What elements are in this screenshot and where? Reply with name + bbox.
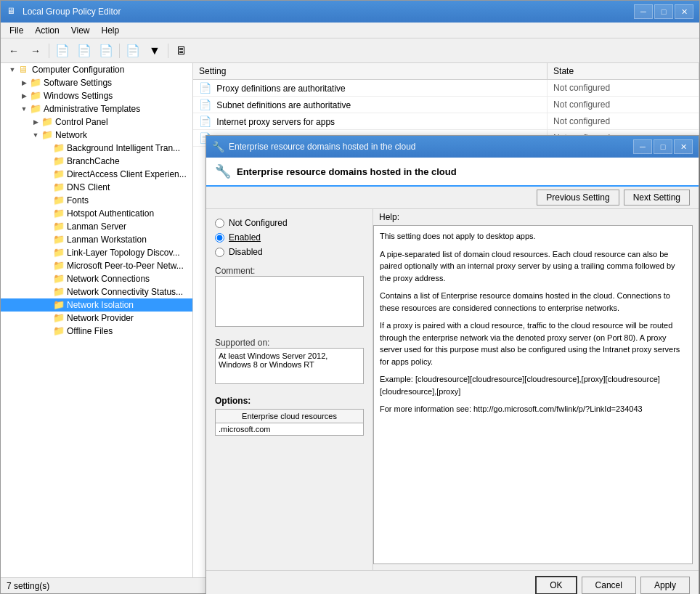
modal-title-text: Enterprise resource domains hosted in th… [229,142,633,152]
setting-label-0: Proxy definitions are authoritative [216,84,345,94]
comment-section: Comment: [215,263,364,329]
table-cell-setting-0: 📄 Proxy definitions are authoritative [193,80,548,97]
radio-disabled-input[interactable] [215,248,224,257]
window-title: Local Group Policy Editor [23,7,634,17]
comment-textarea[interactable] [215,276,364,327]
enterprise-value-cell[interactable] [216,423,364,436]
modal-close-button[interactable]: ✕ [674,139,693,154]
toolbar-btn-5[interactable]: 📄 [96,41,116,60]
table-cell-state-2: Not configured [548,113,699,130]
menu-file[interactable]: File [4,24,29,37]
back-button[interactable]: ← [4,41,24,60]
tree-label-fonts: Fonts [67,195,89,206]
folder-icon-network-conn-status: 📁 [53,286,65,298]
folder-icon-link-layer: 📁 [53,247,65,259]
options-section: Options: Enterprise cloud resources [215,390,364,436]
toolbar-separator-1 [49,44,49,58]
close-button[interactable]: ✕ [675,4,693,19]
help-para-4: Example: [cloudresource][cloudresource][… [380,373,686,397]
col-header-setting: Setting [193,63,548,80]
tree-node-network-provider[interactable]: 📁 Network Provider [1,312,192,325]
menu-help[interactable]: Help [96,24,126,37]
expand-icon-network-provider [41,312,53,324]
setting-icon-2: 📄 [199,115,211,127]
tree-label-network-conn-status: Network Connectivity Status... [67,287,183,297]
table-row[interactable]: 📄 Proxy definitions are authoritative No… [193,80,699,97]
tree-node-network-connections[interactable]: 📁 Network Connections [1,272,192,285]
setting-label-2: Internet proxy servers for apps [216,117,335,127]
forward-button[interactable]: → [25,41,46,60]
folder-icon-control-panel: 📁 [41,116,53,128]
tree-node-lanman-server[interactable]: 📁 Lanman Server [1,220,192,233]
modal-maximize-button[interactable]: □ [654,139,672,154]
tree-node-offline-files[interactable]: 📁 Offline Files [1,325,192,338]
table-row[interactable]: 📄 Subnet definitions are authoritative N… [193,97,699,113]
folder-icon-network-isolation: 📁 [53,299,65,311]
expand-icon-offline-files [41,325,53,337]
tree-node-background-intelligent[interactable]: 📁 Background Intelligent Tran... [1,142,192,155]
toolbar-btn-3[interactable]: 📄 [52,41,73,60]
radio-not-configured-input[interactable] [215,219,224,228]
modal-minimize-button[interactable]: ─ [633,139,652,154]
table-cell-setting-2: 📄 Internet proxy servers for apps [193,113,548,130]
folder-icon-fonts: 📁 [53,195,65,206]
help-panel: Help: This setting does not apply to des… [373,209,699,570]
folder-icon-admin-templates: 📁 [30,103,41,115]
table-row[interactable]: 📄 Internet proxy servers for apps Not co… [193,113,699,130]
expand-icon-branchcache [41,155,53,167]
expand-icon-admin-templates: ▼ [18,103,30,115]
tree-node-admin-templates[interactable]: ▼ 📁 Administrative Templates [1,102,192,115]
radio-not-configured[interactable]: Not Configured [215,218,364,228]
radio-disabled[interactable]: Disabled [215,247,364,257]
tree-node-directaccess[interactable]: 📁 DirectAccess Client Experien... [1,168,192,181]
expand-icon-bg [41,142,53,154]
tree-node-software-settings[interactable]: ▶ 📁 Software Settings [1,76,192,89]
modal-header-icon: 🔧 [215,163,231,179]
ok-button[interactable]: OK [535,576,577,595]
toolbar: ← → 📄 📄 📄 📄 ▼ 🗏 [1,38,699,63]
menu-bar: File Action View Help [1,23,699,38]
cancel-button[interactable]: Cancel [582,577,636,594]
radio-enabled[interactable]: Enabled [215,232,364,243]
settings-table: Setting State 📄 Proxy definitions are au… [193,63,699,147]
expand-icon-fonts [41,195,53,206]
tree-node-link-layer[interactable]: 📁 Link-Layer Topology Discov... [1,246,192,259]
tree-node-network-isolation[interactable]: 📁 Network Isolation [1,298,192,312]
setting-icon-1: 📄 [199,99,211,110]
tree-node-microsoft-peer[interactable]: 📁 Microsoft Peer-to-Peer Netw... [1,259,192,272]
title-bar: 🖥 Local Group Policy Editor ─ □ ✕ [1,1,699,23]
toolbar-btn-6[interactable]: 📄 [123,41,143,60]
help-para-2: Contains a list of Enterprise resource d… [380,290,686,314]
tree-label-dns: DNS Client [67,182,110,192]
toolbar-btn-4[interactable]: 📄 [74,41,94,60]
tree-node-lanman-workstation[interactable]: 📁 Lanman Workstation [1,233,192,246]
menu-action[interactable]: Action [29,24,65,37]
expand-icon-lanman-server [41,221,53,232]
modal-nav: Previous Setting Next Setting [206,187,699,209]
tree-node-control-panel[interactable]: ▶ 📁 Control Panel [1,115,192,129]
toolbar-btn-7[interactable]: ▼ [145,41,165,60]
radio-enabled-input[interactable] [215,233,224,243]
status-text: 7 setting(s) [7,581,49,591]
apply-button[interactable]: Apply [640,577,690,594]
expand-icon-windows-settings: ▶ [18,90,30,102]
tree-node-network-conn-status[interactable]: 📁 Network Connectivity Status... [1,285,192,298]
tree-node-hotspot[interactable]: 📁 Hotspot Authentication [1,207,192,220]
prev-setting-button[interactable]: Previous Setting [537,190,619,206]
toolbar-btn-8[interactable]: 🗏 [171,41,192,60]
enterprise-input[interactable] [216,423,363,435]
maximize-button[interactable]: □ [654,4,673,19]
next-setting-button[interactable]: Next Setting [624,190,690,206]
tree-node-branchcache[interactable]: 📁 BranchCache [1,155,192,168]
tree-label-link-layer: Link-Layer Topology Discov... [67,248,180,258]
toolbar-separator-3 [168,44,168,58]
col-header-state: State [548,63,699,80]
tree-node-fonts[interactable]: 📁 Fonts [1,194,192,207]
tree-node-network[interactable]: ▼ 📁 Network [1,129,192,142]
tree-node-windows-settings[interactable]: ▶ 📁 Windows Settings [1,89,192,102]
tree-node-computer-config[interactable]: ▼ 🖥 Computer Configuration [1,63,192,76]
folder-icon-network: 📁 [41,129,53,141]
menu-view[interactable]: View [65,24,96,37]
tree-node-dns-client[interactable]: 📁 DNS Client [1,181,192,194]
minimize-button[interactable]: ─ [634,4,653,19]
